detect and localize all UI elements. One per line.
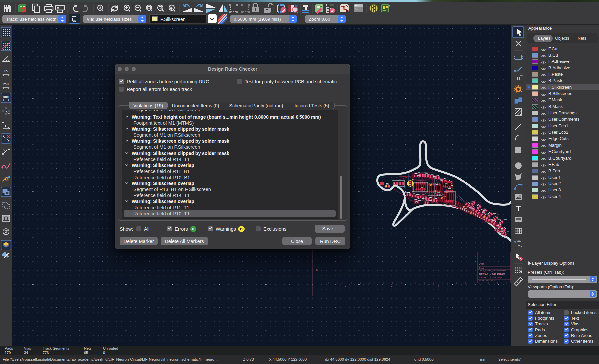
svg-text:mil: mil bbox=[3, 82, 9, 86]
svg-text:T: T bbox=[516, 204, 521, 213]
svg-text:>_: >_ bbox=[355, 8, 360, 12]
svg-text:YYK: YYK bbox=[479, 263, 484, 266]
svg-text:3: 3 bbox=[391, 284, 392, 287]
svg-text:D: D bbox=[316, 269, 318, 272]
svg-text:in: in bbox=[4, 69, 8, 73]
svg-text:Size: A4: Size: A4 bbox=[479, 276, 486, 278]
svg-text:Date: 2026-: Date: 2026- bbox=[492, 276, 502, 278]
svg-text:4: 4 bbox=[437, 284, 439, 287]
svg-text:A: A bbox=[99, 6, 101, 10]
svg-text:Title: LIF_PCB_Design: Title: LIF_PCB_Design bbox=[479, 272, 505, 275]
svg-text:KiCad E.D.A. 9.0.7: KiCad E.D.A. 9.0.7 bbox=[479, 280, 495, 282]
svg-text:θ: θ bbox=[8, 59, 9, 61]
svg-text:Sheet:: Sheet: bbox=[479, 267, 484, 269]
svg-text:2: 2 bbox=[345, 284, 346, 287]
svg-text:mm: mm bbox=[3, 94, 9, 98]
svg-text:File: lif_neuron_schematic.kic: File: lif_neuron_schematic.kicad bbox=[479, 270, 506, 272]
